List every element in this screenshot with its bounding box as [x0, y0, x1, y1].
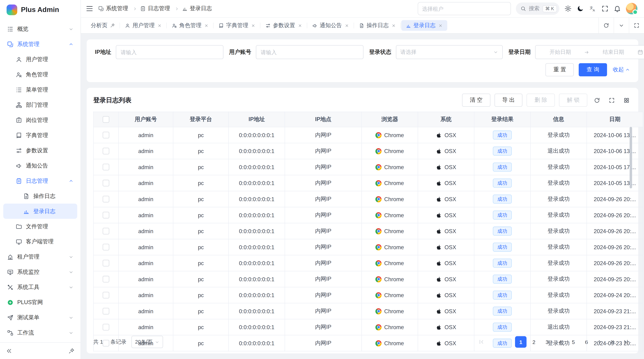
query-button[interactable]: 查 询 — [579, 63, 607, 76]
tab-close-icon[interactable] — [298, 23, 302, 28]
sidebar-item[interactable]: 文件管理 — [3, 219, 77, 234]
column-header[interactable]: 信息 — [530, 112, 587, 127]
column-header[interactable]: 登录平台 — [173, 112, 228, 127]
sidebar-item[interactable]: 系统工具 — [3, 280, 77, 295]
sidebar-item[interactable]: 用户管理 — [3, 52, 77, 67]
pin-sidebar-button[interactable] — [68, 348, 75, 354]
tab-close-icon[interactable] — [344, 23, 349, 28]
row-checkbox[interactable] — [103, 324, 109, 331]
refresh-list-button[interactable] — [592, 95, 602, 105]
user-avatar[interactable] — [626, 3, 638, 14]
ip-input[interactable] — [116, 45, 224, 59]
sidebar-item[interactable]: 菜单管理 — [3, 82, 77, 97]
sidebar-item[interactable]: PLUS官网 — [3, 295, 77, 310]
status-select[interactable]: 请选择 — [396, 45, 503, 59]
breadcrumb-separator-icon — [174, 6, 179, 11]
content-fullscreen-button[interactable] — [629, 18, 644, 33]
tab[interactable]: 字典管理 — [214, 20, 260, 31]
table-fullscreen-button[interactable] — [606, 95, 617, 105]
export-button[interactable]: 导 出 — [494, 93, 523, 107]
tab-close-icon[interactable] — [438, 23, 442, 28]
sidebar-item-icon — [16, 132, 22, 139]
tab-close-icon[interactable] — [391, 23, 396, 28]
login-log-table: 用户账号 登录平台 IP地址 IP地点 浏览器 系统 登录结果 信息 日期 操作… — [93, 112, 643, 351]
row-checkbox[interactable] — [103, 340, 109, 347]
select-all-checkbox[interactable] — [103, 116, 109, 123]
fullscreen-button[interactable] — [601, 5, 608, 12]
tab[interactable]: 用户管理 — [120, 20, 166, 31]
reset-button[interactable]: 重 置 — [546, 63, 574, 76]
column-header[interactable]: IP地点 — [285, 112, 362, 127]
sidebar-item[interactable]: 系统监控 — [3, 264, 77, 280]
row-checkbox[interactable] — [103, 180, 109, 186]
sidebar-item[interactable]: 概览 — [3, 21, 77, 36]
cell-info: 登录成功 — [530, 127, 587, 143]
sidebar-item[interactable]: 工作流 — [3, 325, 77, 340]
dark-mode-toggle[interactable] — [576, 5, 584, 12]
row-checkbox[interactable] — [103, 244, 109, 251]
sidebar-item[interactable]: 参数设置 — [3, 143, 77, 158]
breadcrumb-item[interactable]: 系统管理 — [98, 5, 137, 12]
row-checkbox[interactable] — [103, 132, 109, 138]
clear-button[interactable]: 清 空 — [462, 93, 490, 107]
tenant-select-input[interactable] — [418, 2, 511, 15]
sidebar-item[interactable]: 测试菜单 — [3, 310, 77, 325]
column-header[interactable]: 系统 — [418, 112, 474, 127]
app-logo[interactable]: Plus Admin — [0, 0, 80, 20]
sidebar-item[interactable]: 部门管理 — [3, 97, 77, 112]
sidebar-item[interactable]: 日志管理 — [3, 173, 77, 188]
sidebar-item[interactable]: 角色管理 — [3, 67, 77, 82]
tab[interactable]: 通知公告 — [307, 20, 353, 31]
column-header[interactable]: 日期 — [587, 112, 643, 127]
column-header[interactable]: 用户账号 — [118, 112, 173, 127]
settings-button[interactable] — [564, 5, 572, 12]
cell-account: admin — [118, 207, 173, 223]
tab-close-icon[interactable] — [204, 23, 208, 28]
row-checkbox[interactable] — [103, 148, 109, 154]
unlock-button[interactable]: 解 锁 — [559, 93, 587, 107]
tab[interactable]: 分析页 — [86, 20, 119, 31]
collapse-sidebar-button[interactable] — [6, 348, 12, 354]
tab-close-icon[interactable] — [157, 23, 162, 28]
sidebar-item[interactable]: 通知公告 — [3, 158, 77, 173]
sidebar-item[interactable]: 客户端管理 — [3, 234, 77, 249]
account-input[interactable] — [256, 45, 364, 59]
sidebar-item[interactable]: 字典管理 — [3, 128, 77, 143]
collapse-filters-link[interactable]: 收起 — [613, 66, 630, 73]
row-checkbox[interactable] — [103, 196, 109, 203]
breadcrumb-item[interactable]: 日志管理 — [140, 5, 179, 12]
breadcrumb-item[interactable]: 登录日志 — [182, 5, 212, 12]
sidebar-item[interactable]: 操作日志 — [3, 188, 77, 204]
sidebar-item[interactable]: 岗位管理 — [3, 112, 77, 128]
column-header[interactable]: 登录结果 — [474, 112, 530, 127]
sidebar-item[interactable]: 租户管理 — [3, 249, 77, 264]
row-checkbox[interactable] — [103, 228, 109, 235]
row-checkbox[interactable] — [103, 164, 109, 171]
column-header[interactable]: 浏览器 — [362, 112, 418, 127]
tab-close-icon[interactable] — [251, 23, 255, 28]
sidebar-item[interactable]: 登录日志 — [3, 204, 77, 219]
row-checkbox[interactable] — [103, 260, 109, 267]
menu-toggle-button[interactable] — [86, 5, 93, 12]
tab[interactable]: 参数设置 — [261, 20, 306, 31]
row-checkbox[interactable] — [103, 212, 109, 219]
column-settings-button[interactable] — [621, 95, 632, 105]
sidebar-item-label: 通知公告 — [26, 162, 74, 169]
column-header[interactable]: IP地址 — [228, 112, 285, 127]
tab-pin-icon[interactable] — [110, 23, 115, 28]
tab[interactable]: 操作日志 — [354, 20, 400, 31]
tab-options-button[interactable] — [614, 18, 629, 33]
tab[interactable]: 角色管理 — [167, 20, 213, 31]
delete-button[interactable]: 删 除 — [527, 93, 555, 107]
sidebar-item[interactable]: 系统管理 — [3, 36, 77, 52]
vertical-scrollbar[interactable] — [630, 127, 632, 188]
refresh-page-button[interactable] — [598, 18, 614, 33]
row-checkbox[interactable] — [103, 308, 109, 315]
row-checkbox[interactable] — [103, 292, 109, 299]
row-checkbox[interactable] — [103, 276, 109, 283]
global-search-button[interactable]: 搜索 ⌘ K — [516, 2, 560, 15]
language-toggle[interactable] — [589, 5, 596, 12]
notifications-button[interactable] — [614, 5, 621, 12]
tab[interactable]: 登录日志 — [401, 20, 447, 31]
date-range-picker[interactable]: 开始日期 结束日期 — [535, 45, 644, 59]
